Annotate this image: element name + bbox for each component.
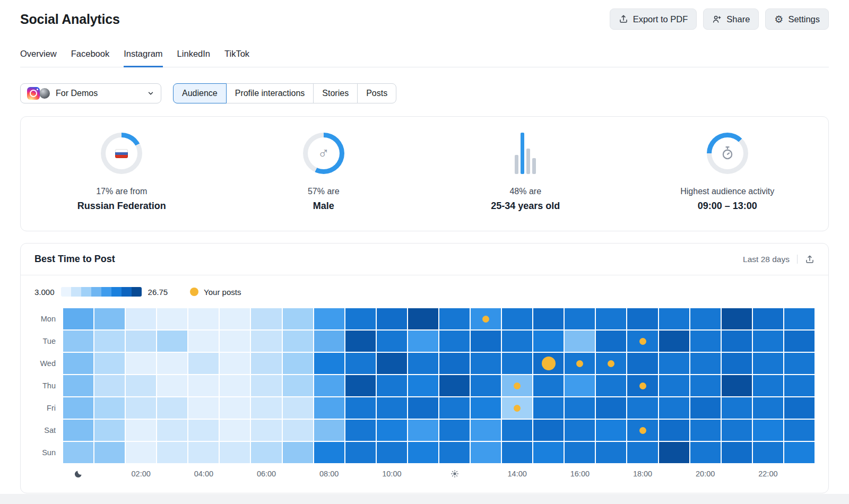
heatmap-cell[interactable] [283, 331, 313, 352]
account-selector[interactable]: For Demos [20, 83, 161, 103]
heatmap-cell[interactable] [784, 397, 815, 419]
heatmap-cell[interactable] [533, 308, 564, 329]
heatmap-cell[interactable] [94, 308, 125, 329]
tab-stories[interactable]: Stories [313, 83, 358, 103]
heatmap-cell[interactable] [220, 331, 250, 352]
heatmap-cell[interactable] [439, 308, 470, 329]
heatmap-cell[interactable] [690, 442, 721, 463]
heatmap-cell[interactable] [188, 353, 219, 374]
heatmap-cell[interactable] [533, 442, 564, 463]
heatmap-cell[interactable] [784, 331, 815, 352]
heatmap-cell[interactable] [565, 353, 595, 374]
heatmap-cell[interactable] [220, 375, 250, 396]
heatmap-cell[interactable] [126, 308, 156, 329]
heatmap-cell[interactable] [471, 442, 501, 463]
heatmap-cell[interactable] [690, 353, 721, 374]
heatmap-cell[interactable] [753, 375, 783, 396]
heatmap-cell[interactable] [314, 308, 344, 329]
heatmap-cell[interactable] [439, 353, 470, 374]
heatmap-cell[interactable] [533, 375, 564, 396]
heatmap-cell[interactable] [377, 308, 407, 329]
heatmap-cell[interactable] [439, 442, 470, 463]
export-pdf-button[interactable]: Export to PDF [610, 8, 697, 30]
heatmap-cell[interactable] [722, 353, 752, 374]
heatmap-cell[interactable] [314, 442, 344, 463]
heatmap-cell[interactable] [659, 353, 689, 374]
heatmap-cell[interactable] [188, 308, 219, 329]
heatmap-cell[interactable] [722, 397, 752, 419]
heatmap-cell[interactable] [784, 420, 815, 441]
tab-profile-interactions[interactable]: Profile interactions [226, 83, 314, 103]
heatmap-cell[interactable] [627, 375, 657, 396]
heatmap-cell[interactable] [722, 375, 752, 396]
settings-button[interactable]: ⚙ Settings [765, 8, 829, 30]
heatmap-cell[interactable] [439, 420, 470, 441]
heatmap-cell[interactable] [502, 442, 532, 463]
heatmap-cell[interactable] [753, 353, 783, 374]
heatmap-cell[interactable] [627, 420, 657, 441]
heatmap-cell[interactable] [502, 308, 532, 329]
heatmap-cell[interactable] [377, 331, 407, 352]
heatmap-cell[interactable] [251, 353, 281, 374]
tab-audience[interactable]: Audience [173, 83, 227, 103]
heatmap-cell[interactable] [439, 331, 470, 352]
heatmap-cell[interactable] [690, 308, 721, 329]
heatmap-cell[interactable] [94, 353, 125, 374]
heatmap-cell[interactable] [94, 375, 125, 396]
heatmap-cell[interactable] [408, 308, 438, 329]
heatmap-cell[interactable] [753, 420, 783, 441]
heatmap-cell[interactable] [722, 420, 752, 441]
heatmap-cell[interactable] [722, 331, 752, 352]
heatmap-cell[interactable] [659, 397, 689, 419]
heatmap-cell[interactable] [377, 420, 407, 441]
heatmap-cell[interactable] [345, 397, 376, 419]
heatmap-cell[interactable] [471, 308, 501, 329]
heatmap-cell[interactable] [408, 353, 438, 374]
heatmap-cell[interactable] [251, 442, 281, 463]
heatmap-cell[interactable] [722, 442, 752, 463]
heatmap-cell[interactable] [471, 397, 501, 419]
heatmap-cell[interactable] [314, 331, 344, 352]
heatmap-cell[interactable] [345, 375, 376, 396]
share-button[interactable]: Share [703, 8, 759, 30]
post-dot[interactable] [639, 427, 646, 434]
heatmap-cell[interactable] [377, 353, 407, 374]
post-dot[interactable] [639, 383, 646, 389]
heatmap-cell[interactable] [314, 375, 344, 396]
post-dot[interactable] [542, 357, 556, 370]
heatmap-cell[interactable] [784, 442, 815, 463]
heatmap-cell[interactable] [659, 420, 689, 441]
heatmap-cell[interactable] [753, 308, 783, 329]
heatmap-cell[interactable] [345, 420, 376, 441]
heatmap-cell[interactable] [690, 397, 721, 419]
heatmap-cell[interactable] [596, 442, 626, 463]
heatmap-cell[interactable] [251, 420, 281, 441]
heatmap-cell[interactable] [439, 375, 470, 396]
heatmap-cell[interactable] [314, 397, 344, 419]
heatmap-cell[interactable] [220, 353, 250, 374]
heatmap-cell[interactable] [283, 353, 313, 374]
heatmap-cell[interactable] [63, 353, 93, 374]
heatmap-cell[interactable] [439, 397, 470, 419]
heatmap-cell[interactable] [533, 331, 564, 352]
heatmap-cell[interactable] [565, 308, 595, 329]
heatmap-cell[interactable] [533, 397, 564, 419]
heatmap-cell[interactable] [283, 420, 313, 441]
heatmap-cell[interactable] [753, 442, 783, 463]
heatmap-cell[interactable] [596, 308, 626, 329]
heatmap-cell[interactable] [157, 420, 187, 441]
post-dot[interactable] [639, 338, 646, 345]
heatmap-cell[interactable] [565, 420, 595, 441]
heatmap-cell[interactable] [659, 308, 689, 329]
heatmap-cell[interactable] [94, 442, 125, 463]
heatmap-cell[interactable] [220, 308, 250, 329]
heatmap-cell[interactable] [283, 442, 313, 463]
heatmap-cell[interactable] [784, 375, 815, 396]
heatmap-cell[interactable] [722, 308, 752, 329]
heatmap-cell[interactable] [377, 375, 407, 396]
heatmap-cell[interactable] [627, 353, 657, 374]
heatmap-cell[interactable] [188, 375, 219, 396]
heatmap-cell[interactable] [784, 353, 815, 374]
heatmap-cell[interactable] [408, 331, 438, 352]
heatmap-cell[interactable] [157, 353, 187, 374]
